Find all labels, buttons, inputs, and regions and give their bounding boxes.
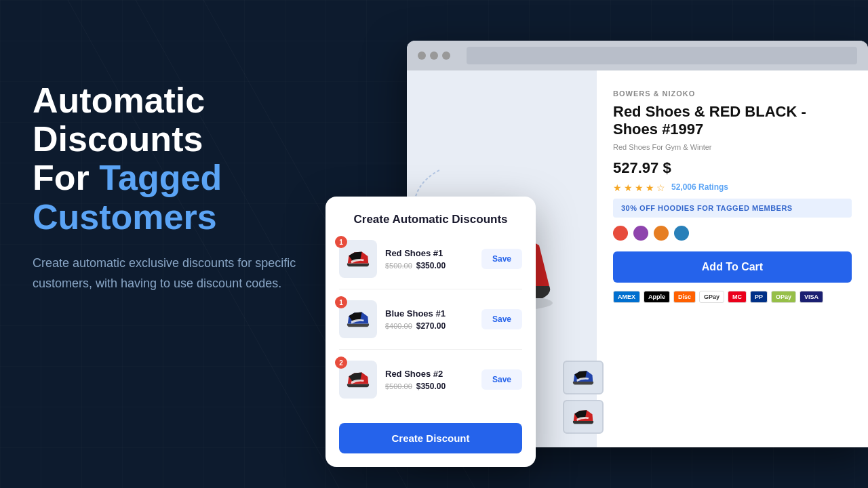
product-2-discounted-price: $270.00 <box>416 321 446 331</box>
swatch-red[interactable] <box>613 226 628 241</box>
product-3-prices: $500.00 $350.00 <box>385 382 473 391</box>
product-3-discounted-price: $350.00 <box>416 382 446 391</box>
payment-shopify: OPay <box>771 291 796 303</box>
product-row-3: 2 Red Shoes #2 $500.00 $350.00 Save <box>339 361 522 409</box>
product-1-info: Red Shoes #1 $500.00 $350.00 <box>385 248 473 270</box>
payment-mastercard: MC <box>728 291 747 303</box>
product-3-name: Red Shoes #2 <box>385 369 473 379</box>
discount-card: Create Automatic Discounts 1 Red Shoes #… <box>326 197 536 467</box>
product-row-1: 1 Red Shoes #1 $500.00 $350.00 Save <box>339 240 522 289</box>
product-details: BOWERS & NIZOKO Red Shoes & RED BLACK - … <box>597 70 868 447</box>
star-rating: ★ ★ ★ ★ ☆ <box>613 182 666 192</box>
discount-card-title: Create Automatic Discounts <box>339 213 522 226</box>
star-4: ★ <box>646 182 655 192</box>
product-3-save-button[interactable]: Save <box>481 369 522 390</box>
create-discount-button[interactable]: Create Discount <box>339 423 522 453</box>
product-3-original-price: $500.00 <box>385 382 412 390</box>
browser-dot-red <box>418 52 426 60</box>
payment-discover: Disc <box>673 291 696 303</box>
star-3: ★ <box>635 182 644 192</box>
payment-apple: Apple <box>644 291 670 303</box>
main-title: Automatic Discounts For Tagged Customers <box>33 81 358 237</box>
product-row-2: 1 Blue Shoes #1 $400.00 $270.00 Save <box>339 300 522 350</box>
payment-amex: AMEX <box>613 291 640 303</box>
thumbnail-1[interactable] <box>563 361 604 394</box>
product-2-original-price: $400.00 <box>385 322 412 330</box>
brand-name: BOWERS & NIZOKO <box>613 89 852 98</box>
star-2: ★ <box>624 182 633 192</box>
browser-dot-yellow <box>430 52 438 60</box>
browser-titlebar <box>407 41 868 70</box>
browser-dot-green <box>442 52 450 60</box>
payment-methods: AMEX Apple Disc GPay MC PP OPay VISA <box>613 291 852 303</box>
star-5-half: ☆ <box>656 182 666 192</box>
discount-banner: 30% OFF HOODIES FOR TAGGED MEMBERS <box>613 199 852 218</box>
product-3-info: Red Shoes #2 $500.00 $350.00 <box>385 369 473 391</box>
product-1-discounted-price: $350.00 <box>416 261 446 270</box>
product-2-badge: 1 <box>335 296 347 308</box>
swatch-orange[interactable] <box>654 226 669 241</box>
title-line1: Automatic Discounts <box>33 81 205 159</box>
product-1-prices: $500.00 $350.00 <box>385 261 473 270</box>
color-swatches <box>613 226 852 241</box>
star-1: ★ <box>613 182 623 192</box>
product-subtitle: Red Shoes For Gym & Winter <box>613 143 852 151</box>
product-2-save-button[interactable]: Save <box>481 309 522 329</box>
product-title: Red Shoes & RED BLACK - Shoes #1997 <box>613 103 852 139</box>
left-section: Automatic Discounts For Tagged Customers… <box>33 81 358 294</box>
product-price: 527.97 $ <box>613 159 852 177</box>
payment-visa: VISA <box>800 291 823 303</box>
product-2-image: 1 <box>339 300 377 338</box>
product-2-info: Blue Shoes #1 $400.00 $270.00 <box>385 308 473 331</box>
product-1-badge: 1 <box>335 236 347 248</box>
ratings-count: 52,006 Ratings <box>671 182 728 192</box>
product-1-name: Red Shoes #1 <box>385 248 473 258</box>
swatch-purple[interactable] <box>633 226 648 241</box>
product-2-name: Blue Shoes #1 <box>385 308 473 319</box>
browser-dots <box>418 52 450 60</box>
title-line2: For <box>33 158 99 197</box>
product-3-badge: 2 <box>335 357 347 369</box>
rating-row: ★ ★ ★ ★ ☆ 52,006 Ratings <box>613 182 852 192</box>
product-2-prices: $400.00 $270.00 <box>385 321 473 331</box>
thumbnail-2[interactable] <box>563 400 604 434</box>
add-to-cart-button[interactable]: Add To Cart <box>613 251 852 283</box>
product-1-original-price: $500.00 <box>385 262 412 270</box>
product-1-image: 1 <box>339 240 377 278</box>
product-1-save-button[interactable]: Save <box>481 249 522 269</box>
payment-paypal: PP <box>750 291 768 303</box>
swatch-blue[interactable] <box>674 226 689 241</box>
product-thumbnails <box>563 361 604 434</box>
description: Create automatic exclusive discounts for… <box>33 253 304 294</box>
payment-gpay: GPay <box>699 291 724 303</box>
product-3-image: 2 <box>339 361 377 399</box>
browser-addressbar <box>467 47 857 64</box>
